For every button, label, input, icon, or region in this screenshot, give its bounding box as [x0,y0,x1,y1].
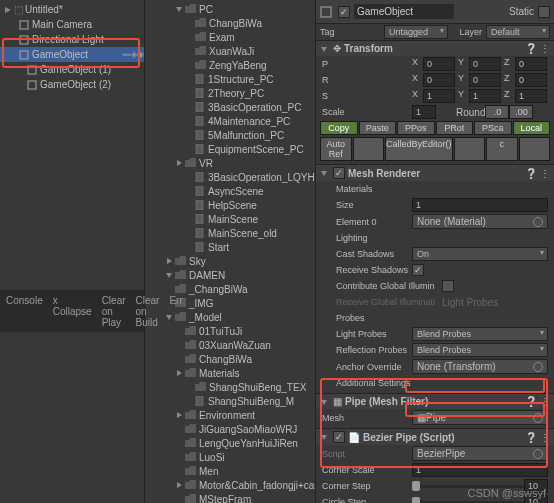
project-item[interactable]: Start [145,240,315,254]
hierarchy-item[interactable]: GameObject▪▪▪◈◉ [0,47,144,62]
project-item[interactable]: DAMEN [145,268,315,282]
project-item[interactable]: XuanWaJi [145,44,315,58]
transform-button-prot[interactable]: PRot [436,121,474,135]
project-item[interactable]: ShangShuiBeng_TEX [145,380,315,394]
transform-button-psca[interactable]: PSca [474,121,512,135]
project-item[interactable]: 5Malfunction_PC [145,128,315,142]
scl-z[interactable] [515,89,547,103]
project-item[interactable]: MainScene_old [145,226,315,240]
help-icon[interactable]: ❔ [525,432,537,443]
project-item[interactable]: Exam [145,30,315,44]
rot-z[interactable] [515,73,547,87]
transform-button[interactable] [454,137,486,161]
active-checkbox[interactable] [338,6,350,18]
transform-button-local[interactable]: Local [513,121,551,135]
foldout-icon[interactable] [320,398,328,406]
project-item[interactable]: 3BasicOperation_LQYHJQR [145,170,315,184]
tag-dropdown[interactable]: Untagged [384,25,448,39]
project-item[interactable]: Motor&Cabin_fadongji+cangmen [145,478,315,492]
foldout-icon[interactable] [320,45,328,53]
project-item[interactable]: LuoSi [145,450,315,464]
transform-button-ppos[interactable]: PPos [397,121,435,135]
transform-button[interactable]: c [486,137,518,161]
foldout-icon[interactable] [175,411,183,419]
project-item[interactable]: MStepFram [145,492,315,503]
pos-z[interactable] [515,57,547,71]
project-item[interactable]: 3BasicOperation_PC [145,100,315,114]
console-tab[interactable]: Clear on Play [98,293,130,330]
project-item[interactable]: JiGuangSaoMiaoWRJ [145,422,315,436]
hierarchy-item[interactable]: Directional Light [0,32,144,47]
picker-icon[interactable] [533,449,543,459]
project-item[interactable]: Men [145,464,315,478]
mf-mesh-field[interactable]: ▦ Pipe [412,410,548,425]
console-tab[interactable]: Err [165,293,186,330]
static-checkbox[interactable] [538,6,550,18]
scl-y[interactable] [469,89,501,103]
reflprobes-dropdown[interactable]: Blend Probes [412,343,548,357]
menu-icon[interactable]: ⋮ [540,432,550,443]
project-item[interactable]: 1Structure_PC [145,72,315,86]
foldout-icon[interactable] [165,257,173,265]
console-tab[interactable]: x Collapse [49,293,96,330]
project-item[interactable]: HelpScene [145,198,315,212]
picker-icon[interactable] [533,217,543,227]
pos-y[interactable] [469,57,501,71]
transform-button[interactable]: CalledByEditor() [385,137,453,161]
project-item[interactable]: AsyncScene [145,184,315,198]
project-item[interactable]: MainScene [145,212,315,226]
transform-button-paste[interactable]: Paste [359,121,397,135]
meshrenderer-header[interactable]: Mesh Renderer ❔⋮ [316,165,554,181]
foldout-icon[interactable] [175,481,183,489]
project-item[interactable]: Environment [145,408,315,422]
project-item[interactable]: LengQueYanHuiJiRen [145,436,315,450]
foldout-icon[interactable] [165,271,173,279]
transform-header[interactable]: ✥ Transform ❔⋮ [316,41,554,56]
project-item[interactable]: Sky [145,254,315,268]
transform-button[interactable]: Auto Ref [320,137,352,161]
foldout-icon[interactable] [175,369,183,377]
console-tab[interactable]: Console [2,293,47,330]
help-icon[interactable]: ❔ [525,168,537,179]
foldout-icon[interactable] [4,6,12,14]
contribgi-checkbox[interactable] [442,280,454,292]
project-item[interactable]: 03XuanWaZuan [145,338,315,352]
pos-x[interactable] [423,57,455,71]
project-item[interactable]: ChangBiWa [145,16,315,30]
scene-row[interactable]: ⬚ Untitled* [0,2,144,17]
layer-dropdown[interactable]: Default [486,25,550,39]
project-item[interactable]: EquipmentScene_PC [145,142,315,156]
meshrenderer-enabled[interactable] [333,167,345,179]
rot-x[interactable] [423,73,455,87]
anchor-field[interactable]: None (Transform) [412,359,548,374]
meshfilter-header[interactable]: ▦ Pipe (Mesh Filter) ❔⋮ [316,394,554,409]
transform-button-copy[interactable]: Copy [320,121,358,135]
lightprobes-dropdown[interactable]: Blend Probes [412,327,548,341]
menu-icon[interactable]: ⋮ [540,43,550,54]
project-item[interactable]: VR [145,156,315,170]
menu-icon[interactable]: ⋮ [540,396,550,407]
picker-icon[interactable] [533,362,543,372]
visibility-icons[interactable]: ▪▪▪◈◉ [122,50,144,59]
project-item[interactable]: 4Maintenance_PC [145,114,315,128]
recvshadows-checkbox[interactable] [412,264,424,276]
hierarchy-item[interactable]: Main Camera [0,17,144,32]
foldout-icon[interactable] [320,169,328,177]
rot-y[interactable] [469,73,501,87]
project-item[interactable]: ShangShuiBeng_M [145,394,315,408]
cornerscale-input[interactable] [412,463,548,477]
console-tab[interactable]: Clear on Build [132,293,164,330]
element0-field[interactable]: None (Material) [412,214,548,229]
bezier-enabled[interactable] [333,431,345,443]
round-00-button[interactable]: .00 [509,105,533,119]
help-icon[interactable]: ❔ [525,43,537,54]
picker-icon[interactable] [533,413,543,423]
gameobject-name-input[interactable] [354,4,454,19]
round-0-button[interactable]: .0 [485,105,509,119]
project-item[interactable]: PC [145,2,315,16]
hierarchy-item[interactable]: GameObject (1) [0,62,144,77]
scl-x[interactable] [423,89,455,103]
hierarchy-item[interactable]: GameObject (2) [0,77,144,92]
project-item[interactable]: Materials [145,366,315,380]
menu-icon[interactable]: ⋮ [540,168,550,179]
